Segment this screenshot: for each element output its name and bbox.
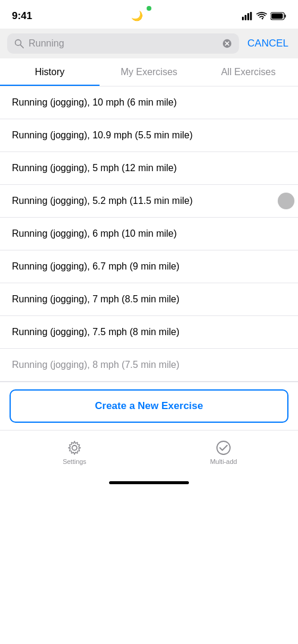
bottom-tab-bar: Settings Multi-add — [0, 430, 298, 472]
tabs: History My Exercises All Exercises — [0, 58, 298, 86]
multiadd-tab[interactable]: Multi-add — [149, 436, 298, 472]
signal-icon — [242, 12, 253, 20]
cancel-button[interactable]: CANCEL — [245, 38, 291, 49]
svg-rect-2 — [247, 13, 249, 20]
status-time: 9:41 — [12, 10, 32, 22]
checkmark-circle-icon — [216, 440, 231, 456]
create-button-container: Create a New Exercise — [0, 382, 298, 430]
svg-point-13 — [217, 441, 230, 454]
list-item[interactable]: Running (jogging), 7.5 mph (8 min mile) — [0, 316, 298, 349]
settings-tab[interactable]: Settings — [0, 436, 149, 472]
list-item[interactable]: Running (jogging), 5.2 mph (11.5 min mil… — [0, 185, 298, 218]
list-item[interactable]: Running (jogging), 7 mph (8.5 min mile) — [0, 283, 298, 316]
home-indicator — [0, 472, 298, 493]
tab-all-exercises[interactable]: All Exercises — [198, 58, 298, 86]
search-bar[interactable]: Running — [7, 33, 239, 54]
search-input-value[interactable]: Running — [29, 38, 218, 49]
status-icons — [242, 12, 286, 20]
multiadd-label: Multi-add — [210, 458, 237, 465]
gear-icon — [67, 440, 82, 456]
svg-rect-5 — [272, 14, 283, 19]
status-moon-icon: 🌙 — [131, 10, 143, 21]
svg-line-8 — [20, 45, 23, 48]
list-item[interactable]: Running (jogging), 5 mph (12 min mile) — [0, 152, 298, 185]
tab-history[interactable]: History — [0, 58, 100, 86]
list-item[interactable]: Running (jogging), 10 mph (6 min mile) — [0, 86, 298, 119]
clear-search-button[interactable] — [222, 39, 232, 48]
status-bar: 9:41 🌙 — [0, 0, 298, 29]
battery-icon — [271, 12, 286, 20]
exercise-list: Running (jogging), 10 mph (6 min mile) R… — [0, 86, 298, 382]
list-item[interactable]: Running (jogging), 6.7 mph (9 min mile) — [0, 250, 298, 283]
search-container: Running CANCEL — [0, 29, 298, 58]
svg-rect-0 — [242, 17, 244, 20]
svg-rect-6 — [285, 15, 286, 18]
list-item[interactable]: Running (jogging), 10.9 mph (5.5 min mil… — [0, 119, 298, 152]
home-indicator-bar — [109, 481, 189, 484]
wifi-icon — [256, 12, 267, 20]
list-item[interactable]: Running (jogging), 8 mph (7.5 min mile) — [0, 349, 298, 382]
svg-point-12 — [72, 445, 77, 450]
create-exercise-button[interactable]: Create a New Exercise — [10, 389, 288, 423]
list-item[interactable]: Running (jogging), 6 mph (10 min mile) — [0, 218, 298, 250]
tab-my-exercises[interactable]: My Exercises — [100, 58, 199, 86]
svg-rect-1 — [245, 15, 247, 20]
search-icon — [14, 39, 24, 48]
green-dot — [147, 6, 151, 11]
svg-point-7 — [15, 40, 21, 46]
scroll-thumb — [278, 193, 294, 209]
svg-rect-3 — [250, 12, 252, 20]
settings-label: Settings — [63, 458, 86, 465]
